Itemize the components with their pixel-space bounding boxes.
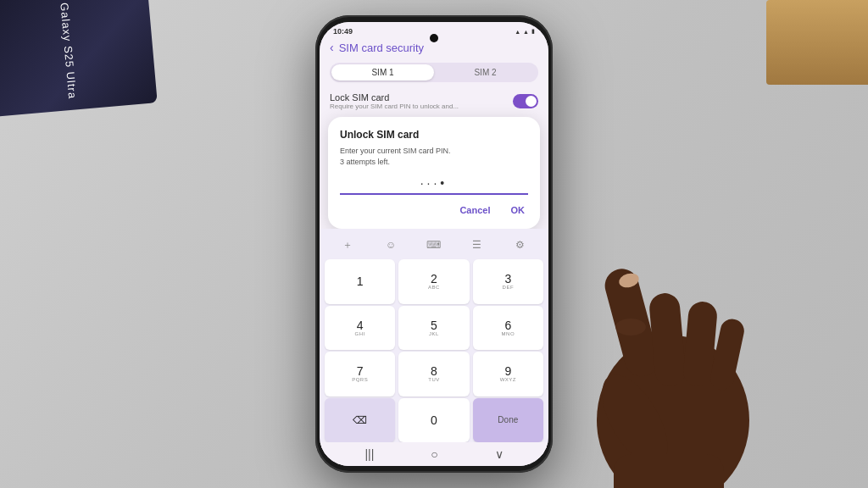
unlock-dialog: Unlock SIM card Enter your current SIM c… xyxy=(328,117,540,229)
key-2[interactable]: 2 ABC xyxy=(398,259,469,303)
sim-tabs: SIM 1 SIM 2 xyxy=(330,63,538,82)
keyboard-area: ＋ ☺ ⌨ ☰ ⚙ 1 2 ABC xyxy=(320,229,548,466)
sim1-tab[interactable]: SIM 1 xyxy=(331,64,434,80)
signal-icon: ▲ xyxy=(515,29,520,35)
kb-calendar-icon[interactable]: ☰ xyxy=(468,236,487,254)
key-4[interactable]: 4 GHI xyxy=(325,306,395,350)
kb-emoji-icon[interactable]: ☺ xyxy=(381,236,400,254)
kb-keyboard-icon[interactable]: ⌨ xyxy=(425,236,443,254)
lock-sim-text: Lock SIM card Require your SIM card PIN … xyxy=(330,92,513,110)
camera-notch xyxy=(430,34,438,42)
lock-sim-desc: Require your SIM card PIN to unlock and.… xyxy=(330,103,513,110)
phone-screen: 10:49 ▲ ▲ ▮ ‹ SIM card security SIM 1 SI… xyxy=(320,22,548,466)
nav-recents-icon[interactable]: ∨ xyxy=(495,447,504,461)
toggle-knob xyxy=(526,96,537,107)
screen-title: SIM card security xyxy=(339,42,424,54)
kb-settings-icon[interactable]: ⚙ xyxy=(511,236,530,254)
key-1[interactable]: 1 xyxy=(325,259,395,303)
keyboard-row-1: 1 2 ABC 3 DEF xyxy=(325,259,543,303)
nav-back-icon[interactable]: ||| xyxy=(364,447,374,461)
battery-icon: ▮ xyxy=(531,28,535,35)
dialog-title: Unlock SIM card xyxy=(340,129,528,141)
phone-frame: 10:49 ▲ ▲ ▮ ‹ SIM card security SIM 1 SI… xyxy=(315,15,553,473)
status-icons: ▲ ▲ ▮ xyxy=(515,28,535,35)
key-done[interactable]: Done xyxy=(473,398,543,442)
back-button[interactable]: ‹ xyxy=(330,41,334,54)
key-6[interactable]: 6 MNO xyxy=(473,306,543,350)
key-backspace[interactable]: ⌫ xyxy=(325,398,395,442)
pin-input-area[interactable]: ···• xyxy=(340,175,528,195)
keyboard-row-3: 7 PQRS 8 TUV 9 WXYZ xyxy=(325,352,543,396)
kb-add-icon[interactable]: ＋ xyxy=(338,236,357,254)
key-0[interactable]: 0 xyxy=(398,398,469,442)
keyboard-row-4: ⌫ 0 Done xyxy=(325,398,543,442)
samsung-box: Galaxy S25 Ultra xyxy=(0,0,158,117)
sim2-tab[interactable]: SIM 2 xyxy=(434,64,537,80)
ok-button[interactable]: OK xyxy=(508,203,529,217)
cancel-button[interactable]: Cancel xyxy=(456,203,493,217)
samsung-box-text: Galaxy S25 Ultra xyxy=(56,2,80,99)
nav-home-icon[interactable]: ○ xyxy=(431,447,437,461)
keyboard-toolbar: ＋ ☺ ⌨ ☰ ⚙ xyxy=(320,232,548,258)
nav-bar: ||| ○ ∨ xyxy=(320,442,548,466)
dialog-description: Enter your current SIM card PIN. 3 attem… xyxy=(340,146,528,167)
keyboard-rows: 1 2 ABC 3 DEF 4 GHI xyxy=(320,259,548,442)
wifi-icon: ▲ xyxy=(523,29,529,35)
lock-sim-row: Lock SIM card Require your SIM card PIN … xyxy=(320,86,548,117)
desk-item xyxy=(766,0,868,85)
pin-dots: ···• xyxy=(420,176,448,190)
key-7[interactable]: 7 PQRS xyxy=(325,352,395,396)
key-3[interactable]: 3 DEF xyxy=(473,259,543,303)
dialog-buttons: Cancel OK xyxy=(340,203,528,217)
lock-sim-toggle[interactable] xyxy=(513,94,538,108)
key-8[interactable]: 8 TUV xyxy=(398,352,469,396)
keyboard-row-2: 4 GHI 5 JKL 6 MNO xyxy=(325,306,543,350)
status-time: 10:49 xyxy=(333,27,353,36)
key-5[interactable]: 5 JKL xyxy=(398,306,469,350)
lock-sim-label: Lock SIM card xyxy=(330,92,513,103)
key-9[interactable]: 9 WXYZ xyxy=(473,352,543,396)
